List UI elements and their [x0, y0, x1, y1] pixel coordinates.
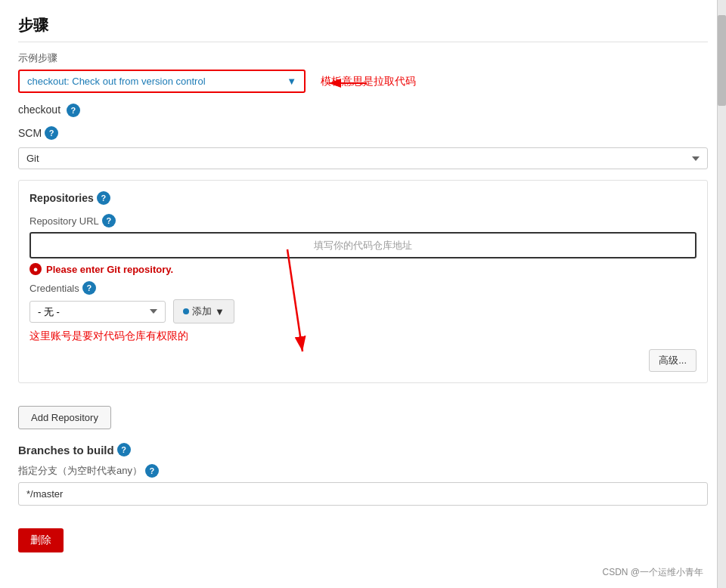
credentials-help-icon[interactable]: ? [82, 281, 96, 295]
scm-label-row: SCM ? [18, 126, 708, 140]
template-annotation: 模板意思是拉取代码 [321, 75, 416, 88]
credentials-label: Credentials [29, 283, 79, 294]
repo-header-title: Repositories [29, 192, 94, 204]
add-dot-icon [183, 308, 189, 314]
repo-header: Repositories ? [29, 191, 697, 205]
page-title: 步骤 [18, 15, 708, 42]
branch-label: 指定分支（为空时代表any） [18, 464, 142, 478]
template-select[interactable]: checkout: Check out from version control… [18, 70, 306, 93]
error-icon: ● [29, 263, 42, 275]
branches-section: Branches to build ? 指定分支（为空时代表any） ? [18, 443, 708, 506]
template-select-row: checkout: Check out from version control… [18, 70, 708, 93]
scm-select[interactable]: Git [18, 147, 708, 169]
scrollbar[interactable] [717, 0, 726, 588]
add-btn-label: 添加 [192, 305, 212, 318]
branch-input[interactable] [18, 482, 708, 506]
advanced-btn-row: 高级... [29, 349, 697, 372]
repositories-section: Repositories ? Repository URL ? ● Please… [18, 180, 708, 383]
checkout-help-icon[interactable]: ? [67, 104, 80, 117]
scm-label: SCM [18, 127, 42, 139]
repo-url-label: Repository URL [29, 215, 99, 227]
credentials-label-row: Credentials ? [29, 281, 697, 295]
credentials-annotation: 这里账号是要对代码仓库有权限的 [29, 330, 697, 343]
credentials-add-button[interactable]: 添加 ▼ [173, 299, 234, 323]
chevron-down-icon: ▼ [287, 76, 296, 87]
error-message: ● Please enter Git repository. [29, 263, 697, 275]
branches-title: Branches to build [18, 444, 114, 456]
delete-button[interactable]: 删除 [18, 528, 64, 552]
advanced-button[interactable]: 高级... [649, 349, 697, 372]
branches-help-icon[interactable]: ? [117, 443, 131, 456]
repo-help-icon[interactable]: ? [97, 191, 110, 205]
checkout-label: checkout ? [18, 104, 708, 117]
branch-label-row: 指定分支（为空时代表any） ? [18, 464, 708, 478]
scm-help-icon[interactable]: ? [45, 126, 58, 140]
branches-header: Branches to build ? [18, 443, 708, 456]
credentials-select[interactable]: - 无 - [29, 301, 166, 323]
add-chevron-icon: ▼ [215, 306, 225, 317]
footer-text: CSDN @一个运维小青年 [602, 566, 703, 579]
error-text: Please enter Git repository. [46, 264, 173, 275]
credentials-row: - 无 - 添加 ▼ [29, 299, 697, 323]
add-repository-button[interactable]: Add Repository [18, 406, 111, 429]
scrollbar-thumb[interactable] [718, 15, 726, 106]
repo-url-label-row: Repository URL ? [29, 214, 697, 227]
template-select-value: checkout: Check out from version control [27, 76, 206, 87]
repo-url-input[interactable] [29, 232, 697, 258]
section-label: 示例步骤 [18, 51, 708, 65]
scm-section: SCM ? Git [18, 126, 708, 169]
repo-url-help-icon[interactable]: ? [102, 214, 116, 227]
branch-label-help-icon[interactable]: ? [145, 464, 159, 478]
